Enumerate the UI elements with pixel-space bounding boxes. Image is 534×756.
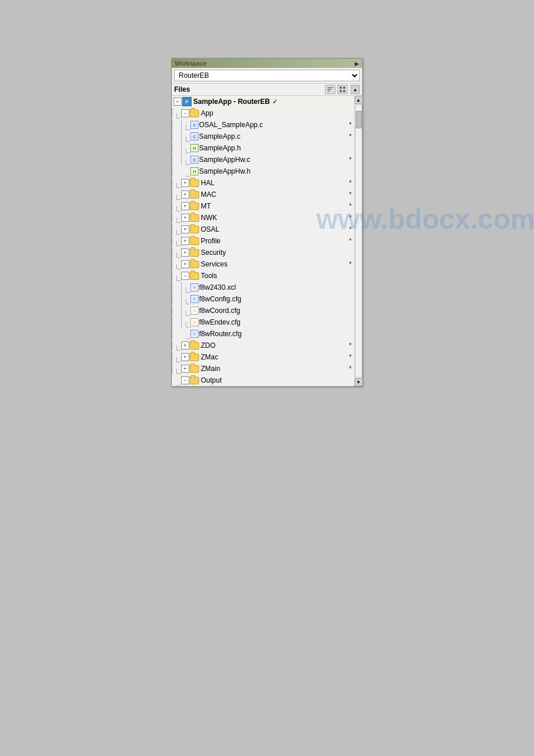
list-item[interactable]: + NWK * [172,212,354,224]
folder-expand-app[interactable]: − [181,109,189,117]
list-item[interactable]: H SampleApp.h [172,142,354,154]
modified-profile: * [349,237,352,245]
folder-icon-zmain [190,365,199,373]
list-item[interactable]: − Output [172,375,354,386]
folder-icon-app [190,110,199,117]
folder-icon-services [190,261,199,268]
list-item[interactable]: C SampleAppHw.c * [172,154,354,165]
file-icon-cfg3: □ [190,318,199,326]
modified-sampleapphwc: * [349,156,352,164]
list-item[interactable]: − App [172,107,354,119]
file-label-f8wconfig: f8wConfig.cfg [199,295,354,303]
folder-icon-hal [190,179,199,187]
svg-rect-4 [343,87,345,89]
folder-label-zdo: ZDO [201,341,349,350]
folder-expand-osal[interactable]: + [181,225,189,233]
files-header: Files ▲ [172,84,362,96]
file-label-sampleapphwc: SampleAppHw.c [199,156,349,164]
tree-area: − P SampleApp - RouterEB ✓ − App [172,96,354,386]
folder-expand-zmac[interactable]: + [181,353,189,361]
list-item[interactable]: + MT * [172,200,354,212]
folder-expand-zdo[interactable]: + [181,341,189,350]
root-label: SampleApp - RouterEB [193,98,270,106]
list-item[interactable]: − Tools [172,270,354,282]
files-label: Files [174,85,325,93]
folder-expand-tools[interactable]: − [181,272,189,280]
modified-mac: * [349,190,352,199]
file-icon-xcl: X [190,283,199,291]
folder-icon-output [190,377,199,384]
folder-icon-mac [190,191,199,199]
folder-expand-mac[interactable]: + [181,190,189,199]
scroll-up-btn[interactable]: ▲ [351,85,360,94]
folder-expand-security[interactable]: + [181,249,189,257]
folder-label-mt: MT [201,202,349,210]
file-icon-sampleapphwh: H [190,167,199,175]
list-item[interactable]: + OSAL * [172,224,354,235]
workspace-panel: Workspace ▶ RouterEB Files [171,58,363,387]
root-item[interactable]: − P SampleApp - RouterEB ✓ [172,96,354,107]
folder-label-zmac: ZMac [201,353,349,361]
modified-sampleappc: * [349,132,352,141]
modified-services: * [349,260,352,268]
list-item[interactable]: + Profile * [172,235,354,247]
project-dropdown[interactable]: RouterEB [174,70,360,81]
folder-icon-tools [190,272,199,280]
folder-expand-hal[interactable]: + [181,179,189,187]
svg-rect-6 [343,90,345,92]
scrollbar-up[interactable]: ▲ [355,96,363,104]
folder-expand-nwk[interactable]: + [181,214,189,222]
list-item[interactable]: + ZDO * [172,340,354,351]
folder-label-tools: Tools [201,272,354,280]
modified-nwk: * [349,214,352,222]
scrollbar-track[interactable] [355,105,362,377]
list-item[interactable]: + ZMac * [172,351,354,363]
tree-scroll-wrapper: − P SampleApp - RouterEB ✓ − App [172,96,362,386]
folder-expand-profile[interactable]: + [181,237,189,245]
file-icon-cfg4: C [190,330,199,338]
workspace-titlebar: Workspace ▶ [172,59,362,68]
project-dropdown-row: RouterEB [172,68,362,84]
modified-osal: * [349,121,352,129]
folder-label-app: App [201,109,354,117]
list-item[interactable]: X f8w2430.xcl [172,282,354,293]
folder-expand-zmain[interactable]: + [181,365,189,373]
folder-label-nwk: NWK [201,214,349,222]
collapse-arrow[interactable]: ▶ [355,60,359,67]
list-item[interactable]: C f8wConfig.cfg [172,293,354,305]
list-item[interactable]: C OSAL_SampleApp.c * [172,119,354,131]
folder-label-profile: Profile [201,237,349,245]
modified-zdo: * [349,341,352,350]
file-label-f8wrouter: f8wRouter.cfg [199,330,354,338]
sort-icon-btn[interactable] [325,85,335,94]
list-item[interactable]: □ f8wEndev.cfg [172,316,354,328]
list-item[interactable]: □ f8wCoord.cfg [172,305,354,316]
folder-expand-mt[interactable]: + [181,202,189,210]
folder-label-osal: OSAL [201,225,349,233]
scrollbar-thumb[interactable] [356,111,362,128]
modified-osal-f: * [349,225,352,233]
list-item[interactable]: C SampleApp.c * [172,131,354,142]
view-icon-btn[interactable] [337,85,348,94]
folder-label-output: Output [201,376,354,384]
root-expand-btn[interactable]: − [174,98,182,106]
file-icon-sampleapphwc: C [190,156,199,164]
list-item[interactable]: + ZMain * [172,363,354,375]
list-item[interactable]: + HAL * [172,177,354,189]
scrollbar-down[interactable]: ▼ [355,378,363,386]
file-label-f8w2430: f8w2430.xcl [199,283,354,291]
workspace-title: Workspace [175,60,207,67]
list-item[interactable]: + Security [172,247,354,258]
folder-expand-output[interactable]: − [181,376,189,384]
file-label-f8wcoord: f8wCoord.cfg [199,307,354,315]
file-icon-cfg2: □ [190,307,199,315]
list-item[interactable]: + Services * [172,258,354,270]
file-label-f8wendev: f8wEndev.cfg [199,318,354,326]
list-item[interactable]: C f8wRouter.cfg [172,328,354,340]
folder-label-services: Services [201,260,349,268]
list-item[interactable]: H SampleAppHw.h [172,165,354,177]
tree-scrollbar: ▲ ▼ [354,96,362,386]
folder-label-security: Security [201,249,354,257]
list-item[interactable]: + MAC * [172,189,354,200]
folder-expand-services[interactable]: + [181,260,189,268]
